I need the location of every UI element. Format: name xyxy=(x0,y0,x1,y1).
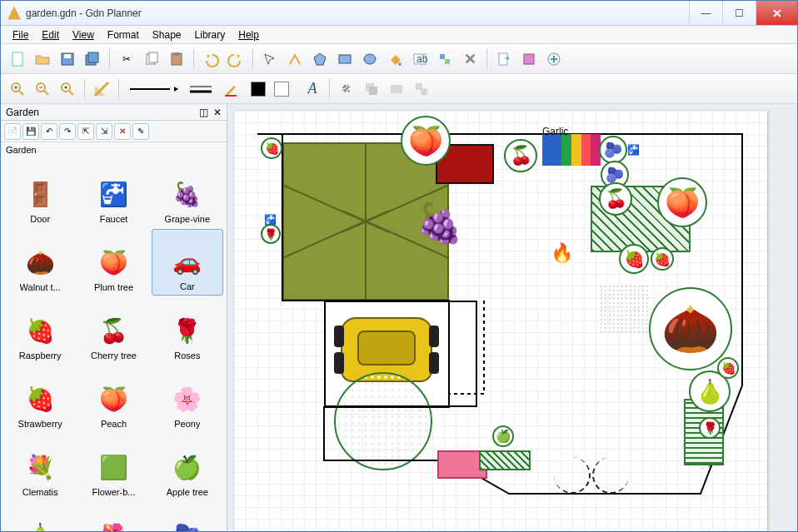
panel-close-icon[interactable]: ✕ xyxy=(213,107,222,118)
fill-tool[interactable] xyxy=(383,47,406,71)
panel-export-icon[interactable]: ⇲ xyxy=(96,123,112,140)
line-color-button[interactable] xyxy=(219,77,242,101)
library-item[interactable]: 🟩Flower-b... xyxy=(77,434,149,500)
library-item[interactable]: 💐Clematis xyxy=(4,434,76,500)
library-item[interactable]: 🌸Peony xyxy=(152,365,223,432)
apple-plant[interactable]: 🍏 xyxy=(492,425,514,447)
raspberry-plant[interactable]: 🍓 xyxy=(717,357,739,379)
line-weight-button[interactable] xyxy=(184,77,217,101)
library-item[interactable]: 🍒Cherry tree xyxy=(77,297,149,364)
color-bar[interactable] xyxy=(542,134,601,166)
line-style-button[interactable] xyxy=(124,77,182,101)
menu-view[interactable]: View xyxy=(66,27,101,42)
bg-color-swatch[interactable] xyxy=(274,82,289,97)
settings-button[interactable] xyxy=(517,47,541,71)
minimize-button[interactable]: — xyxy=(689,1,722,25)
raspberry-plant-4[interactable]: 🍓 xyxy=(261,137,282,159)
garlic-label[interactable]: Garlic xyxy=(542,126,568,137)
font-button[interactable]: A xyxy=(301,77,324,101)
cut-button[interactable]: ✂ xyxy=(115,47,138,71)
library-item[interactable]: 🍓Strawberry xyxy=(4,365,76,432)
cherry-plant-2[interactable]: 🍒 xyxy=(599,182,632,216)
library-item[interactable]: 🚰Faucet xyxy=(77,161,149,227)
library-item[interactable]: 🍓Raspberry xyxy=(4,297,76,364)
grape-vine[interactable]: 🍇 xyxy=(416,201,463,246)
library-item[interactable]: 🌹Roses xyxy=(152,297,223,364)
fill-color-swatch[interactable] xyxy=(251,82,266,97)
line-tool[interactable] xyxy=(283,47,307,71)
add-button[interactable] xyxy=(542,47,566,71)
menu-format[interactable]: Format xyxy=(101,27,146,42)
library-item[interactable]: 🚗Car xyxy=(152,229,223,296)
raspberry-plant-2[interactable]: 🍓 xyxy=(619,244,649,274)
faucet-1[interactable]: 🚰 xyxy=(627,144,649,166)
new-button[interactable] xyxy=(6,47,29,71)
gravel-patch[interactable] xyxy=(599,284,649,334)
zoom-fit-button[interactable] xyxy=(56,77,79,101)
redo-button[interactable] xyxy=(224,47,247,71)
panel-new-icon[interactable]: 📄 xyxy=(4,123,21,140)
panel-redo-icon[interactable]: ↷ xyxy=(59,123,76,140)
save-button[interactable] xyxy=(56,47,79,71)
svg-text:abc: abc xyxy=(416,53,427,65)
door-arc[interactable] xyxy=(554,457,591,494)
puzzle-tool[interactable] xyxy=(433,47,456,71)
blackcurrant-plant[interactable]: 🫐 xyxy=(599,136,627,164)
paste-button[interactable] xyxy=(165,47,188,71)
menu-library[interactable]: Library xyxy=(188,27,232,42)
tools-1[interactable]: 🛠 xyxy=(335,77,358,101)
library-item[interactable]: 🍑Peach xyxy=(77,365,149,432)
library-item[interactable]: 🌰Walnut t... xyxy=(4,229,76,296)
ruler-button[interactable] xyxy=(90,77,113,101)
canvas-area[interactable]: 🚰 🚰 Garlic 🍑 🍒 🫐 🫐 🌰 🍐 🍓 🌹 🍑 xyxy=(227,104,797,531)
menu-help[interactable]: Help xyxy=(232,27,266,42)
library-item[interactable]: 🍑Plum tree xyxy=(77,229,149,296)
ungroup-button[interactable] xyxy=(385,77,408,101)
text-tool[interactable]: abc xyxy=(408,47,431,71)
plum-plant-2[interactable]: 🍑 xyxy=(657,177,707,227)
open-button[interactable] xyxy=(31,47,54,71)
save-all-button[interactable] xyxy=(81,47,104,71)
bench[interactable] xyxy=(479,450,531,470)
close-button[interactable]: ✕ xyxy=(756,1,797,25)
ellipse-tool[interactable] xyxy=(358,47,382,71)
panel-delete-icon[interactable]: ✕ xyxy=(114,123,131,140)
panel-rename-icon[interactable]: ✎ xyxy=(132,123,149,140)
undo-button[interactable] xyxy=(199,47,222,71)
lawn-circle[interactable] xyxy=(334,372,432,470)
walnut-plant[interactable]: 🌰 xyxy=(649,287,732,370)
select-tool[interactable] xyxy=(258,47,282,71)
panel-import-icon[interactable]: ⇱ xyxy=(77,123,94,140)
bonfire[interactable]: 🔥 xyxy=(551,242,573,264)
plum-plant[interactable]: 🍑 xyxy=(401,116,451,166)
library-item[interactable]: 🫐Black cur... xyxy=(152,502,223,531)
maximize-button[interactable]: ☐ xyxy=(722,1,756,25)
polygon-tool[interactable] xyxy=(308,47,332,71)
layers-button[interactable] xyxy=(410,77,433,101)
panel-save-icon[interactable]: 💾 xyxy=(22,123,39,140)
menu-file[interactable]: File xyxy=(6,27,35,42)
menu-shape[interactable]: Shape xyxy=(146,27,188,42)
rose-plant[interactable]: 🌹 xyxy=(699,417,721,439)
copy-button[interactable] xyxy=(140,47,163,71)
library-item[interactable]: 🌺Hibiskus xyxy=(77,502,149,531)
menu-edit[interactable]: Edit xyxy=(35,27,66,42)
zoom-in-button[interactable] xyxy=(6,77,29,101)
svg-rect-6 xyxy=(149,52,157,62)
door-arc[interactable] xyxy=(592,457,629,494)
raspberry-plant-3[interactable]: 🍓 xyxy=(651,247,674,271)
rect-tool[interactable] xyxy=(333,47,357,71)
delete-button[interactable]: ✕ xyxy=(458,47,481,71)
library-item[interactable]: 🍏Apple tree xyxy=(152,434,223,500)
zoom-out-button[interactable] xyxy=(31,77,54,101)
canvas[interactable]: 🚰 🚰 Garlic 🍑 🍒 🫐 🫐 🌰 🍐 🍓 🌹 🍑 xyxy=(234,111,767,531)
library-item[interactable]: 🚪Door xyxy=(4,161,76,227)
group-button[interactable] xyxy=(360,77,383,101)
rose-plant-2[interactable]: 🌹 xyxy=(261,224,281,244)
export-button[interactable] xyxy=(492,47,516,71)
panel-dock-icon[interactable]: ◫ xyxy=(199,107,208,118)
panel-undo-icon[interactable]: ↶ xyxy=(41,123,57,140)
cherry-plant[interactable]: 🍒 xyxy=(504,139,537,172)
library-item[interactable]: 🍇Grape-vine xyxy=(152,161,223,227)
library-item[interactable]: 🍐Pear tree xyxy=(4,502,76,531)
